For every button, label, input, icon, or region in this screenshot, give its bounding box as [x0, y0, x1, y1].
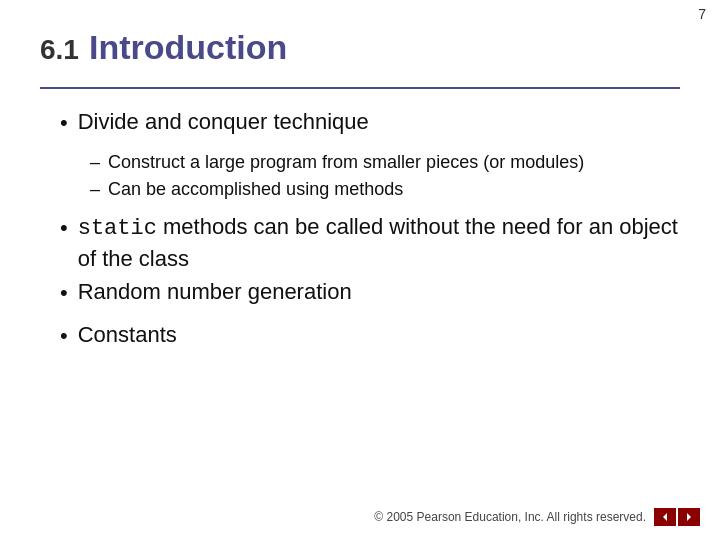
list-item: – Can be accomplished using methods: [90, 177, 680, 202]
copyright-text: © 2005 Pearson Education, Inc. All right…: [374, 510, 646, 524]
svg-marker-1: [687, 513, 691, 521]
content-area: • Divide and conquer technique – Constru…: [40, 107, 680, 351]
sub-dash: –: [90, 150, 100, 175]
nav-buttons[interactable]: [654, 508, 700, 526]
sub-bullets-1: – Construct a large program from smaller…: [90, 150, 680, 202]
svg-marker-0: [663, 513, 667, 521]
title-divider: [40, 87, 680, 89]
list-item: • Constants: [60, 320, 680, 351]
bullet-dot: •: [60, 322, 68, 351]
list-item: • Divide and conquer technique: [60, 107, 680, 138]
list-item: • static methods can be called without t…: [60, 212, 680, 273]
title-number: 6.1: [40, 34, 79, 66]
slide-number: 7: [698, 6, 706, 22]
bullet-text: Random number generation: [78, 277, 352, 307]
bullet-text: Divide and conquer technique: [78, 107, 369, 137]
footer: © 2005 Pearson Education, Inc. All right…: [374, 508, 700, 526]
bullet-text: static methods can be called without the…: [78, 212, 680, 273]
next-button[interactable]: [678, 508, 700, 526]
slide: 7 6.1 Introduction • Divide and conquer …: [0, 0, 720, 540]
bullet-text: Constants: [78, 320, 177, 350]
sub-bullet-text: Can be accomplished using methods: [108, 177, 403, 202]
list-item: – Construct a large program from smaller…: [90, 150, 680, 175]
title-row: 6.1 Introduction: [40, 28, 680, 67]
list-item: • Random number generation: [60, 277, 680, 308]
sub-dash: –: [90, 177, 100, 202]
bullet-dot: •: [60, 214, 68, 243]
page-title: Introduction: [89, 28, 287, 67]
sub-bullet-text: Construct a large program from smaller p…: [108, 150, 584, 175]
bullet-dot: •: [60, 109, 68, 138]
bullet-dot: •: [60, 279, 68, 308]
prev-button[interactable]: [654, 508, 676, 526]
